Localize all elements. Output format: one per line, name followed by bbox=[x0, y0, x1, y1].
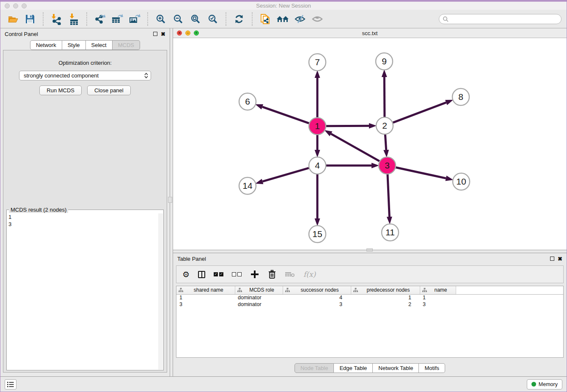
zoom-in-button[interactable] bbox=[154, 12, 168, 26]
graph-node-label-11: 11 bbox=[385, 227, 395, 237]
zoom-in-icon bbox=[155, 14, 166, 25]
edge-1-2[interactable] bbox=[326, 126, 369, 126]
network-canvas[interactable]: 7968124314101511 bbox=[173, 38, 567, 250]
optimization-criterion-dropdown[interactable]: strongly connected component bbox=[19, 71, 151, 80]
search-input[interactable] bbox=[451, 16, 558, 22]
splitter-handle-icon[interactable] bbox=[168, 197, 172, 203]
column-header-successor-nodes[interactable]: successor nodes bbox=[283, 286, 351, 294]
node-table[interactable]: shared nameMCDS rolesuccessor nodesprede… bbox=[176, 286, 564, 358]
float-panel-icon[interactable] bbox=[153, 32, 157, 36]
network-resize-grip[interactable] bbox=[366, 248, 373, 251]
edge-3-11[interactable] bbox=[388, 174, 389, 217]
select-all-columns-button[interactable]: ✓ ✓ bbox=[214, 272, 223, 276]
column-header-name[interactable]: name bbox=[420, 286, 456, 294]
edge-arrowhead bbox=[445, 176, 453, 181]
save-session-button[interactable] bbox=[23, 12, 37, 26]
main-toolbar bbox=[0, 10, 567, 28]
network-window-controls: ✕ − + bbox=[177, 30, 199, 36]
control-tab-mcds[interactable]: MCDS bbox=[113, 40, 140, 50]
unchecked-box-icon bbox=[232, 272, 236, 276]
column-header-shared-name[interactable]: shared name bbox=[176, 286, 235, 294]
search-field[interactable] bbox=[439, 14, 561, 24]
network-minimize-button[interactable]: − bbox=[185, 30, 190, 36]
cell-name[interactable]: 3 bbox=[420, 301, 456, 308]
status-bar: Memory bbox=[0, 376, 567, 392]
show-graphics-details-button[interactable] bbox=[310, 12, 325, 26]
zoom-fit-icon bbox=[190, 14, 201, 25]
graph-node-label-4: 4 bbox=[315, 160, 320, 170]
zoom-out-button[interactable] bbox=[171, 12, 185, 26]
table-tab-edge-table[interactable]: Edge Table bbox=[334, 363, 373, 373]
network-window-titlebar: ✕ − + scc.txt bbox=[173, 28, 567, 38]
graph-node-label-9: 9 bbox=[382, 56, 387, 66]
main-area: Control Panel ✖ NetworkStyleSelectMCDS O… bbox=[0, 28, 567, 376]
control-tab-select[interactable]: Select bbox=[86, 40, 113, 50]
edge-arrowhead bbox=[369, 123, 377, 129]
export-image-button[interactable] bbox=[127, 12, 142, 26]
cell-predecessor-nodes[interactable]: 2 bbox=[351, 301, 420, 308]
column-header-MCDS-role[interactable]: MCDS role bbox=[235, 286, 283, 294]
edge-arrowhead bbox=[315, 150, 320, 157]
zoom-out-icon bbox=[173, 14, 184, 25]
delete-column-button[interactable] bbox=[268, 270, 276, 279]
close-table-panel-icon[interactable]: ✖ bbox=[558, 256, 562, 262]
network-close-button[interactable]: ✕ bbox=[177, 30, 182, 36]
run-mcds-button[interactable]: Run MCDS bbox=[39, 86, 82, 95]
clone-network-button[interactable] bbox=[258, 12, 272, 26]
float-table-panel-icon[interactable] bbox=[550, 257, 554, 261]
table-tab-node-table[interactable]: Node Table bbox=[295, 363, 334, 373]
list-icon bbox=[7, 381, 14, 388]
network-maximize-button[interactable]: + bbox=[194, 30, 199, 36]
memory-button[interactable]: Memory bbox=[527, 379, 562, 389]
edge-1-6[interactable] bbox=[262, 107, 309, 123]
checked-box-icon: ✓ bbox=[219, 272, 223, 276]
panel-splitter[interactable] bbox=[170, 28, 173, 376]
table-row[interactable]: 3dominator323 bbox=[176, 301, 563, 308]
clone-network-icon bbox=[259, 13, 271, 25]
zoom-selected-button[interactable] bbox=[206, 12, 220, 26]
mcds-result-title: MCDS result (2 nodes) bbox=[9, 207, 68, 213]
cell-successor-nodes[interactable]: 4 bbox=[283, 294, 351, 301]
table-tab-network-table[interactable]: Network Table bbox=[373, 363, 419, 373]
cell-MCDS-role[interactable]: dominator bbox=[235, 294, 283, 301]
unselect-all-columns-button[interactable] bbox=[232, 272, 242, 276]
network-overview-button[interactable] bbox=[275, 12, 290, 26]
cell-successor-nodes[interactable]: 3 bbox=[283, 301, 351, 308]
edge-4-14[interactable] bbox=[263, 168, 309, 182]
table-settings-button[interactable]: ⚙ bbox=[182, 271, 190, 279]
hide-graphics-details-button[interactable] bbox=[293, 12, 307, 26]
edge-3-10[interactable] bbox=[396, 167, 446, 178]
edge-arrowhead bbox=[315, 218, 320, 226]
edge-3-1[interactable] bbox=[331, 134, 379, 161]
export-network-button[interactable] bbox=[93, 12, 107, 26]
result-scrollbar[interactable] bbox=[158, 213, 163, 370]
show-columns-button[interactable] bbox=[198, 271, 205, 278]
edge-2-3[interactable] bbox=[385, 135, 386, 150]
cell-predecessor-nodes[interactable]: 1 bbox=[351, 294, 420, 301]
open-session-button[interactable] bbox=[6, 12, 20, 26]
task-history-button[interactable] bbox=[5, 379, 17, 389]
import-table-button[interactable] bbox=[66, 12, 81, 26]
refresh-button[interactable] bbox=[232, 12, 246, 26]
column-header-predecessor-nodes[interactable]: predecessor nodes bbox=[351, 286, 420, 294]
cell-name[interactable]: 1 bbox=[420, 294, 456, 301]
edge-2-9[interactable] bbox=[384, 77, 385, 117]
table-tab-motifs[interactable]: Motifs bbox=[419, 363, 445, 373]
table-tabs: Node TableEdge TableNetwork TableMotifs bbox=[173, 363, 567, 373]
mcds-result-list[interactable]: 1 3 bbox=[8, 213, 158, 370]
network-graph[interactable]: 7968124314101511 bbox=[173, 38, 567, 249]
control-tab-style[interactable]: Style bbox=[62, 40, 86, 50]
table-panel-header: Table Panel ✖ bbox=[173, 253, 567, 264]
cell-shared-name[interactable]: 3 bbox=[176, 301, 235, 308]
edge-2-8[interactable] bbox=[393, 102, 446, 123]
table-row[interactable]: 1dominator411 bbox=[176, 294, 563, 301]
import-network-button[interactable] bbox=[49, 12, 63, 26]
zoom-fit-button[interactable] bbox=[188, 12, 203, 26]
add-column-button[interactable] bbox=[250, 270, 259, 279]
close-panel-button[interactable]: Close panel bbox=[87, 86, 131, 95]
close-panel-icon[interactable]: ✖ bbox=[161, 31, 165, 37]
cell-shared-name[interactable]: 1 bbox=[176, 294, 235, 301]
export-table-button[interactable] bbox=[110, 12, 124, 26]
control-tab-network[interactable]: Network bbox=[30, 40, 62, 50]
cell-MCDS-role[interactable]: dominator bbox=[235, 301, 283, 308]
